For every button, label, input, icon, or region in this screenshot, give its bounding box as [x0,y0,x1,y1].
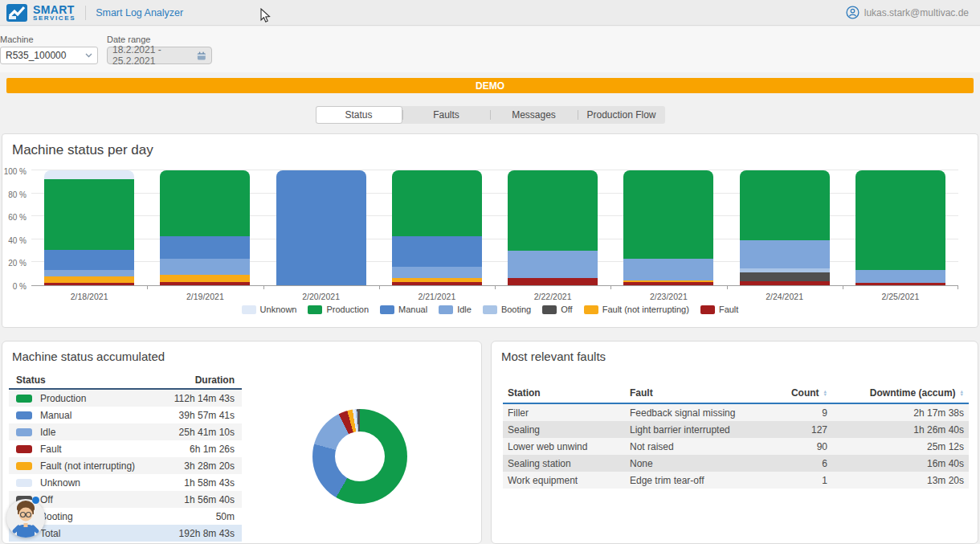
date-range-field[interactable]: 18.2.2021 - 25.2.2021 [107,47,212,64]
faults-title: Most relevant faults [501,350,606,363]
machine-label: Machine [0,35,98,44]
sort-icon[interactable]: ▲▼ [823,390,827,396]
status-name: Unknown [40,477,80,489]
total-label: Total [40,528,60,539]
bar-segment-production[interactable] [855,170,945,270]
stacked-bar-2/18/2021[interactable] [44,170,134,285]
bar-segment-manual[interactable] [44,250,134,271]
fault-row-work-equipment[interactable]: Work equipmentEdge trim tear-off113m 20s [503,472,969,489]
bar-segment-fault[interactable] [508,278,598,285]
status-duration: 39h 57m 41s [179,410,235,421]
x-axis-label: 2/19/2021 [147,292,263,301]
legend-label: Unknown [260,305,297,314]
fault-downtime: 1h 26m 40s [832,424,969,436]
stacked-bar-2/22/2021[interactable] [508,170,598,285]
status-row-manual[interactable]: Manual39h 57m 41s [9,407,242,423]
legend-item-production[interactable]: Production [308,305,369,314]
legend-item-idle[interactable]: Idle [439,305,472,314]
total-row: Total192h 8m 43s [9,525,242,542]
fault-row-lower-web-unwind[interactable]: Lower web unwindNot raised9025m 12s [503,438,969,455]
column-header-downtime[interactable]: Downtime (accum) ▲▼ [832,387,969,399]
legend-item-manual[interactable]: Manual [380,305,427,314]
bar-segment-fault-not-interrupting-[interactable] [160,275,250,282]
stacked-bar-2/20/2021[interactable] [276,170,366,285]
bar-segment-fault-not-interrupting-[interactable] [623,280,713,282]
bar-segment-manual[interactable] [276,170,366,285]
status-duration: 6h 1m 26s [190,444,235,455]
legend-item-booting[interactable]: Booting [483,305,531,314]
bar-segment-unknown[interactable] [44,170,134,179]
legend-swatch [700,305,715,314]
logo-text: SMART SERVICES [33,4,76,22]
fault-count: 90 [760,441,832,452]
user-account-area[interactable]: lukas.stark@multivac.de [846,6,980,19]
smart-services-logo[interactable]: SMART SERVICES [0,4,76,22]
bar-segment-production[interactable] [740,170,830,240]
legend-item-fault[interactable]: Fault [700,305,738,314]
status-name: Off [40,494,53,505]
fault-row-filler[interactable]: FillerFeedback signal missing92h 17m 38s [503,404,969,421]
fault-downtime: 2h 17m 38s [832,407,969,419]
bar-segment-idle[interactable] [44,270,134,276]
tab-faults[interactable]: Faults [403,106,490,124]
y-axis-tick-label: 0 % [2,282,27,291]
sort-icon[interactable]: ▲▼ [960,390,964,396]
x-axis-tick [263,286,264,289]
bar-segment-fault[interactable] [623,282,713,285]
user-profile-icon [846,6,860,19]
bar-segment-idle[interactable] [392,267,482,278]
bar-segment-idle[interactable] [855,270,945,283]
status-row-idle[interactable]: Idle25h 41m 10s [9,423,242,440]
stacked-bar-2/24/2021[interactable] [740,170,830,285]
bar-segment-fault-not-interrupting-[interactable] [392,278,482,281]
bar-segment-production[interactable] [392,170,482,236]
bar-segment-booting[interactable] [740,268,830,272]
machine-status-per-day-panel: Machine status per day 2/18/20212/19/202… [2,133,978,328]
bar-segment-manual[interactable] [392,236,482,268]
machine-select[interactable]: R535_100000 [0,47,98,64]
legend-item-fault-not-interrupting-[interactable]: Fault (not interrupting) [584,305,689,314]
status-row-fault[interactable]: Fault6h 1m 26s [9,440,242,457]
fault-row-sealing[interactable]: SealingLight barrier interrupted1271h 26… [503,421,969,438]
tab-messages[interactable]: Messages [491,106,578,124]
column-header-count[interactable]: Count ▲▼ [760,387,832,399]
legend-item-off[interactable]: Off [542,305,572,314]
stacked-bar-2/23/2021[interactable] [623,170,713,285]
x-axis-tick [147,286,148,289]
stacked-bar-2/25/2021[interactable] [855,170,945,285]
demo-banner: DEMO [6,78,974,93]
x-axis-tick [610,286,611,289]
status-duration: 50m [216,511,235,522]
bar-segment-idle[interactable] [508,251,598,278]
assistant-avatar[interactable] [6,499,45,538]
bar-segment-production[interactable] [508,170,598,251]
tab-status[interactable]: Status [316,106,402,124]
bar-segment-fault[interactable] [160,282,250,285]
bar-segment-off[interactable] [740,272,830,281]
bar-segment-manual[interactable] [160,236,250,260]
status-swatch [16,411,32,419]
bar-segment-fault[interactable] [740,281,830,285]
bar-segment-production[interactable] [44,179,134,249]
bar-segment-fault-not-interrupting-[interactable] [44,276,134,283]
accumulated-table-header: Status Duration [9,372,242,390]
bar-segment-fault[interactable] [392,282,482,285]
legend-swatch [380,305,394,314]
status-row-production[interactable]: Production112h 14m 43s [9,390,242,407]
status-row-fault-not-interrupting-[interactable]: Fault (not interrupting)3h 28m 20s [9,457,242,474]
status-row-off[interactable]: Off1h 56m 40s [9,491,242,508]
bar-segment-fault[interactable] [44,283,134,285]
fault-row-sealing-station[interactable]: Sealing stationNone616m 40s [503,455,969,472]
stacked-bar-2/19/2021[interactable] [160,170,250,285]
status-name: Production [40,393,86,404]
bar-segment-fault[interactable] [855,283,945,285]
bar-segment-production[interactable] [160,170,250,236]
tab-production-flow[interactable]: Production Flow [578,106,665,124]
bar-segment-idle[interactable] [623,259,713,280]
bar-segment-idle[interactable] [740,240,830,268]
legend-item-unknown[interactable]: Unknown [242,305,297,314]
bar-segment-production[interactable] [623,170,713,259]
status-row-unknown[interactable]: Unknown1h 58m 43s [9,474,242,491]
bar-segment-idle[interactable] [160,259,250,275]
stacked-bar-2/21/2021[interactable] [392,170,482,285]
